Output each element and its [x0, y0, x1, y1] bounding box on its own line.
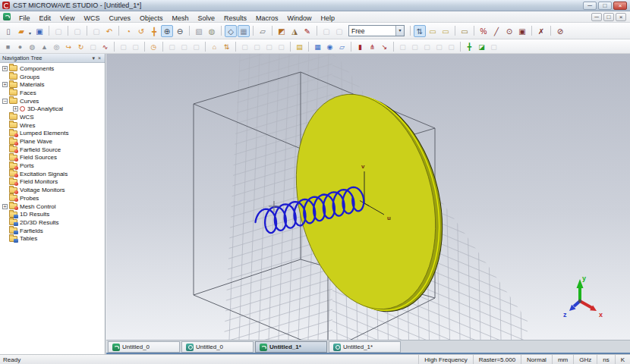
- tree-item-farfield-source[interactable]: Farfield Source: [0, 146, 105, 154]
- pick-edge-icon[interactable]: ◮: [288, 25, 301, 37]
- tree-item-3d-analytical[interactable]: +3D-Analytical: [0, 105, 105, 113]
- tree-item-lumped-elements[interactable]: Lumped Elements: [0, 130, 105, 138]
- farfield-monitor-icon[interactable]: ⋔: [367, 41, 378, 52]
- working-plane-raster-icon[interactable]: ▦: [238, 25, 250, 37]
- menu-item-macros[interactable]: Macros: [251, 14, 283, 23]
- mesh-view-icon[interactable]: ▤: [294, 41, 305, 52]
- document-tab-untitled-0-1[interactable]: Untitled_0: [181, 341, 254, 353]
- parameter-library-icon[interactable]: ▮: [354, 41, 366, 52]
- 3d-viewport[interactable]: v u y z x: [106, 54, 630, 340]
- create-sphere-icon[interactable]: ●: [14, 41, 26, 52]
- boolean-tools-icon[interactable]: %: [477, 25, 490, 37]
- tree-item-probes[interactable]: Probes: [0, 194, 105, 202]
- undo-icon[interactable]: ↶: [103, 25, 115, 37]
- tree-panel-menu-icon[interactable]: ▾: [90, 55, 96, 62]
- tree-item-groups[interactable]: Groups: [0, 73, 105, 81]
- zoom-in-icon[interactable]: ⊕: [161, 25, 173, 37]
- tree-item-excitation-signals[interactable]: Excitation Signals: [0, 170, 105, 178]
- pick-face-icon[interactable]: ◩: [276, 25, 288, 37]
- history-list-icon[interactable]: ◷: [148, 41, 159, 52]
- snapshot-view-icon[interactable]: ▦: [312, 41, 323, 52]
- extrude-face-icon[interactable]: ↪: [63, 41, 74, 52]
- tree-item-wires[interactable]: Wires: [0, 121, 105, 130]
- mdi-minimize-button[interactable]: ─: [591, 13, 602, 21]
- expand-icon[interactable]: +: [13, 106, 18, 111]
- maximize-button[interactable]: □: [598, 2, 612, 10]
- expand-icon[interactable]: +: [2, 204, 8, 209]
- expand-icon[interactable]: +: [2, 82, 8, 87]
- rotate-profile-icon[interactable]: ↻: [75, 41, 87, 52]
- define-excitation-icon[interactable]: ⌂: [209, 41, 220, 52]
- close-button[interactable]: ×: [613, 2, 627, 10]
- tree-item-materials[interactable]: +Materials: [0, 80, 105, 89]
- document-tab-untitled-1-2[interactable]: Untitled_1*: [255, 341, 327, 353]
- tree-item-1d-results[interactable]: 1D Results: [0, 210, 105, 218]
- menu-item-results[interactable]: Results: [219, 14, 251, 23]
- collapse-icon[interactable]: −: [2, 99, 8, 104]
- minimize-button[interactable]: ─: [583, 2, 597, 10]
- tree-item-components[interactable]: +Components: [0, 64, 105, 73]
- menu-item-curves[interactable]: Curves: [104, 14, 135, 23]
- tree-item-field-monitors[interactable]: Field Monitors: [0, 178, 105, 187]
- tree-item-tables[interactable]: Tables: [0, 234, 105, 243]
- tree-panel-close-icon[interactable]: ×: [96, 55, 102, 62]
- reset-zoom-icon[interactable]: ◍: [206, 25, 218, 37]
- open-project-icon[interactable]: ▰▾: [15, 25, 27, 37]
- rotate-view-icon[interactable]: ↺: [135, 25, 147, 37]
- tree-item-2d-3d-results[interactable]: 2D/3D Results: [0, 218, 105, 227]
- tree-item-faces[interactable]: Faces: [0, 89, 105, 97]
- save-project-icon[interactable]: ▣: [33, 25, 46, 37]
- menu-item-mesh[interactable]: Mesh: [167, 14, 193, 23]
- mouse-mode-select[interactable]: Free▾: [348, 25, 405, 36]
- menu-item-view[interactable]: View: [55, 14, 79, 23]
- create-cylinder-icon[interactable]: ◍: [27, 41, 38, 52]
- transform-shape-icon[interactable]: ⇅: [221, 41, 232, 52]
- mdi-restore-button[interactable]: □: [603, 13, 614, 21]
- curve-trim-icon[interactable]: ✗: [535, 25, 547, 37]
- curve-rect-icon[interactable]: ▣: [516, 25, 528, 37]
- curve-circle-icon[interactable]: ⊙: [503, 25, 515, 37]
- pan-view-icon[interactable]: ╋: [148, 25, 160, 37]
- tree-item-curves[interactable]: −Curves: [0, 97, 105, 105]
- structure-3d-view-icon[interactable]: ▱: [336, 41, 348, 52]
- snap-working-plane-icon[interactable]: ◇: [225, 25, 237, 37]
- menu-item-help[interactable]: Help: [317, 14, 340, 23]
- pick-points-icon[interactable]: ✎: [301, 25, 313, 37]
- menu-item-wcs[interactable]: WCS: [79, 14, 104, 23]
- optimizer-icon[interactable]: ◪: [476, 41, 487, 52]
- expand-icon[interactable]: +: [2, 66, 8, 71]
- tree-item-mesh-control[interactable]: +Mesh Control: [0, 202, 105, 211]
- dynamic-rotate-icon[interactable]: ◔: [122, 25, 134, 37]
- menu-item-objects[interactable]: Objects: [135, 14, 168, 23]
- zoom-out-icon[interactable]: ⊖: [174, 25, 186, 37]
- curve-delete-icon[interactable]: ⊘: [554, 25, 566, 37]
- macro-open-icon[interactable]: ▭: [427, 25, 439, 37]
- start-solver-icon[interactable]: ╋: [464, 41, 475, 52]
- menu-item-edit[interactable]: Edit: [35, 14, 56, 23]
- create-brick-icon[interactable]: ■: [2, 41, 14, 52]
- create-torus-icon[interactable]: ◎: [51, 41, 62, 52]
- document-tab-untitled-1-3[interactable]: Untitled_1*: [329, 341, 401, 353]
- tree-item-farfields[interactable]: Farfields: [0, 227, 105, 235]
- menu-item-file[interactable]: File: [14, 14, 35, 23]
- axes-toggle-icon[interactable]: ⇅: [414, 25, 426, 37]
- cutplane-view-icon[interactable]: ◉: [324, 41, 335, 52]
- menu-item-window[interactable]: Window: [282, 14, 316, 23]
- tree-item-field-sources[interactable]: Field Sources: [0, 154, 105, 162]
- tree-item-plane-wave[interactable]: Plane Wave: [0, 137, 105, 146]
- tree-item-voltage-monitors[interactable]: Voltage Monitors: [0, 186, 105, 194]
- tree-item-ports[interactable]: Ports: [0, 162, 105, 170]
- reset-view-icon[interactable]: ▧: [193, 25, 205, 37]
- create-curve-icon[interactable]: ∿: [99, 41, 111, 52]
- curve-line-icon[interactable]: ╱: [490, 25, 502, 37]
- macro-export-icon[interactable]: ▭: [458, 25, 471, 37]
- macro-edit-icon[interactable]: ▭: [439, 25, 452, 37]
- new-project-icon[interactable]: ▯: [2, 25, 14, 37]
- create-cone-icon[interactable]: ▲: [39, 41, 50, 52]
- document-tab-untitled-0-0[interactable]: Untitled_0: [108, 341, 180, 353]
- mdi-close-button[interactable]: ×: [616, 13, 626, 21]
- probe-monitor-icon[interactable]: ↘: [379, 41, 390, 52]
- tree-item-wcs[interactable]: WCS: [0, 113, 105, 121]
- menu-item-solve[interactable]: Solve: [193, 14, 219, 23]
- wireframe-view-icon[interactable]: ▱: [257, 25, 269, 37]
